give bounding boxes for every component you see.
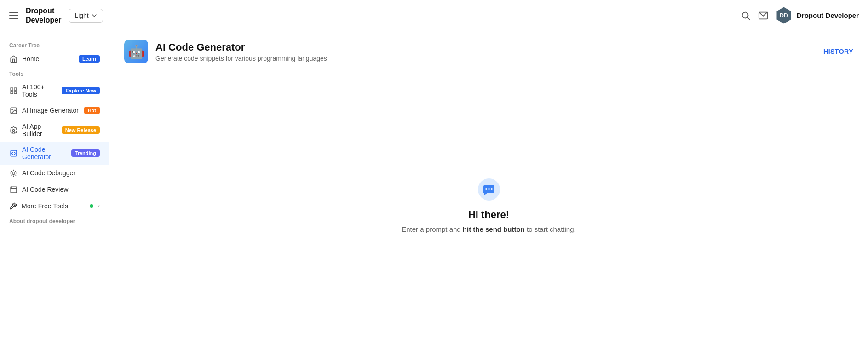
user-name: Dropout Developer bbox=[797, 11, 859, 19]
debugger-icon bbox=[9, 169, 17, 177]
sidebar-item-ai-debugger[interactable]: AI Code Debugger bbox=[0, 165, 109, 181]
svg-rect-12 bbox=[11, 187, 17, 193]
body-layout: Career Tree Home Learn Tools AI 100+ Too… bbox=[0, 31, 868, 338]
tools-icon bbox=[9, 202, 17, 210]
home-icon bbox=[9, 55, 17, 63]
chat-area: Hi there! Enter a prompt and hit the sen… bbox=[109, 70, 868, 338]
app-header: Dropout Developer Light DD Dropout Devel… bbox=[0, 0, 868, 31]
svg-rect-6 bbox=[14, 91, 16, 93]
theme-label: Light bbox=[75, 12, 88, 19]
ai-debugger-label: AI Code Debugger bbox=[22, 169, 100, 177]
header-left: Dropout Developer Light bbox=[9, 6, 103, 24]
sidebar-item-home[interactable]: Home Learn bbox=[0, 51, 109, 67]
avatar: DD bbox=[776, 7, 792, 24]
sidebar-item-ai-code[interactable]: AI Code Generator Trending bbox=[0, 142, 109, 165]
chevron-down-icon bbox=[92, 13, 97, 18]
page-header-left: 🤖 AI Code Generator Generate code snippe… bbox=[124, 40, 327, 63]
svg-rect-4 bbox=[14, 88, 16, 90]
brand-logo: Dropout Developer bbox=[26, 6, 61, 24]
header-right: DD Dropout Developer bbox=[741, 7, 859, 24]
sidebar-item-ai-review[interactable]: AI Code Review bbox=[0, 181, 109, 198]
ai-app-badge: New Release bbox=[62, 126, 100, 134]
svg-point-18 bbox=[491, 188, 493, 190]
sidebar: Career Tree Home Learn Tools AI 100+ Too… bbox=[0, 31, 109, 338]
ai-tools-label: AI 100+ Tools bbox=[22, 83, 57, 98]
sidebar-section-about: About dropout developer bbox=[0, 214, 109, 226]
page-title: AI Code Generator bbox=[155, 41, 327, 53]
code-icon bbox=[9, 149, 17, 157]
ai-app-label: AI App Builder bbox=[22, 123, 57, 137]
svg-point-8 bbox=[11, 109, 12, 109]
svg-point-9 bbox=[12, 129, 14, 131]
ai-code-label: AI Code Generator bbox=[22, 146, 67, 160]
sidebar-item-more-tools[interactable]: More Free Tools ‹ bbox=[0, 198, 109, 214]
ai-image-badge: Hot bbox=[84, 107, 100, 114]
svg-point-11 bbox=[12, 172, 15, 174]
page-subtitle: Generate code snippets for various progr… bbox=[155, 55, 327, 62]
search-icon[interactable] bbox=[741, 11, 751, 21]
sidebar-home-label: Home bbox=[22, 55, 74, 63]
sidebar-item-ai-tools[interactable]: AI 100+ Tools Explore Now bbox=[0, 79, 109, 102]
history-button[interactable]: HISTORY bbox=[823, 48, 853, 55]
chevron-left-icon: ‹ bbox=[98, 203, 100, 209]
ai-tools-badge: Explore Now bbox=[62, 87, 100, 94]
chat-hint: Enter a prompt and hit the send button t… bbox=[402, 225, 575, 233]
svg-point-17 bbox=[488, 188, 490, 190]
main-content: 🤖 AI Code Generator Generate code snippe… bbox=[109, 31, 868, 338]
svg-line-1 bbox=[747, 17, 750, 20]
home-badge: Learn bbox=[79, 55, 100, 63]
chat-bubble-icon bbox=[477, 175, 501, 201]
theme-selector-button[interactable]: Light bbox=[69, 9, 103, 23]
page-title-block: AI Code Generator Generate code snippets… bbox=[155, 41, 327, 62]
mail-icon[interactable] bbox=[758, 11, 768, 21]
review-icon bbox=[9, 185, 17, 194]
more-tools-label: More Free Tools bbox=[22, 202, 68, 210]
svg-point-16 bbox=[485, 188, 487, 190]
user-profile: DD Dropout Developer bbox=[776, 7, 859, 24]
ai-code-badge: Trending bbox=[71, 149, 100, 157]
sidebar-section-career: Career Tree bbox=[0, 39, 109, 51]
green-dot-indicator bbox=[90, 204, 93, 208]
ai-image-label: AI Image Generator bbox=[22, 107, 80, 114]
settings-icon bbox=[9, 126, 17, 134]
menu-toggle-button[interactable] bbox=[9, 12, 18, 19]
ai-review-label: AI Code Review bbox=[22, 186, 100, 193]
grid-icon bbox=[9, 86, 17, 95]
sidebar-item-ai-app[interactable]: AI App Builder New Release bbox=[0, 119, 109, 142]
svg-rect-5 bbox=[11, 91, 13, 93]
chat-greeting: Hi there! bbox=[468, 209, 509, 221]
sidebar-section-tools: Tools bbox=[0, 67, 109, 79]
page-header: 🤖 AI Code Generator Generate code snippe… bbox=[109, 31, 868, 70]
svg-rect-3 bbox=[11, 88, 13, 90]
sidebar-item-ai-image[interactable]: AI Image Generator Hot bbox=[0, 102, 109, 119]
image-icon bbox=[9, 106, 17, 115]
robot-icon: 🤖 bbox=[124, 40, 148, 63]
